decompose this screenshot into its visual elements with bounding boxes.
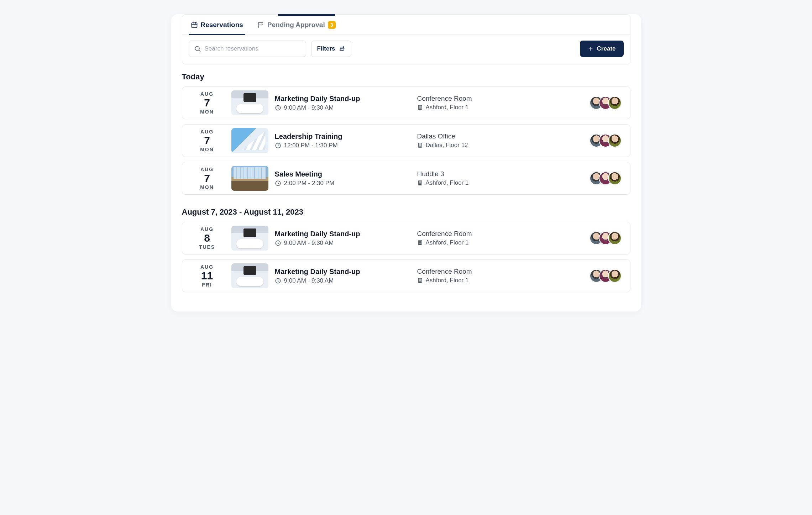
filters-button[interactable]: Filters [311,41,351,57]
info-col: Marketing Daily Stand-up9:00 AM - 9:30 A… [275,95,417,111]
room-location-text: Dallas, Floor 12 [426,142,468,149]
reservation-time: 9:00 AM - 9:30 AM [275,104,417,111]
date-weekday: MON [200,184,214,190]
room-col: Huddle 3Ashford, Floor 1 [417,170,531,186]
toolbar: Filters Create [182,35,630,64]
attendee-avatars [590,231,622,245]
date-day: 11 [201,270,213,281]
reservation-card[interactable]: AUG7MONSales Meeting2:00 PM - 2:30 PMHud… [182,162,630,195]
date-month: AUG [200,226,214,232]
svg-point-4 [343,50,344,51]
room-location: Dallas, Floor 12 [417,142,531,149]
date-weekday: MON [200,147,214,152]
reservation-card[interactable]: AUG7MONLeadership Training12:00 PM - 1:3… [182,124,630,157]
reservation-time: 9:00 AM - 9:30 AM [275,240,417,247]
plus-icon [588,46,593,52]
clock-icon [275,142,281,149]
app-frame: Reservations Pending Approval 3 Filters [171,14,641,311]
section-title: August 7, 2023 - August 11, 2023 [182,207,630,217]
building-icon [417,240,423,246]
reservation-title: Leadership Training [275,132,417,141]
room-thumbnail [231,90,268,115]
clock-icon [275,105,281,111]
reservation-title: Sales Meeting [275,170,417,178]
date-day: 7 [204,98,210,108]
room-location: Ashford, Floor 1 [417,239,531,246]
room-location: Ashford, Floor 1 [417,277,531,284]
reservation-time: 12:00 PM - 1:30 PM [275,142,417,149]
room-thumbnail [231,226,268,251]
date-month: AUG [200,129,214,135]
info-col: Sales Meeting2:00 PM - 2:30 PM [275,170,417,187]
info-col: Leadership Training12:00 PM - 1:30 PM [275,132,417,149]
building-icon [417,105,423,110]
reservation-card[interactable]: AUG7MONMarketing Daily Stand-up9:00 AM -… [182,86,630,119]
info-col: Marketing Daily Stand-up9:00 AM - 9:30 A… [275,230,417,247]
tab-pending-label: Pending Approval [267,21,325,29]
room-location-text: Ashford, Floor 1 [426,239,469,246]
room-name: Conference Room [417,95,531,103]
room-location-text: Ashford, Floor 1 [426,104,469,111]
sliders-icon [339,46,345,52]
room-name: Conference Room [417,268,531,275]
avatar [608,231,622,245]
date-month: AUG [200,264,214,270]
room-name: Dallas Office [417,132,531,140]
avatar [608,134,622,147]
room-location: Ashford, Floor 1 [417,104,531,111]
room-name: Conference Room [417,230,531,238]
reservation-time: 9:00 AM - 9:30 AM [275,277,417,284]
date-col: AUG7MON [186,129,229,152]
tabs: Reservations Pending Approval 3 [182,15,630,35]
tab-pending-approval[interactable]: Pending Approval 3 [255,15,338,35]
attendee-avatars [590,134,622,147]
date-col: AUG7MON [186,167,229,190]
room-thumbnail [231,128,268,153]
section: August 7, 2023 - August 11, 2023AUG8TUES… [171,200,641,292]
svg-point-1 [195,46,199,51]
svg-point-2 [343,47,344,48]
clock-icon [275,180,281,186]
room-col: Dallas OfficeDallas, Floor 12 [417,132,531,149]
reservation-title: Marketing Daily Stand-up [275,230,417,238]
attendee-avatars [590,269,622,283]
reservation-time-text: 9:00 AM - 9:30 AM [284,277,334,284]
date-month: AUG [200,167,214,172]
clock-icon [275,240,281,246]
attendee-avatars [590,172,622,185]
room-col: Conference RoomAshford, Floor 1 [417,268,531,284]
avatar [608,269,622,283]
reservation-time-text: 2:00 PM - 2:30 PM [284,180,335,187]
search-input[interactable] [205,45,301,52]
calendar-icon [191,21,198,28]
search-icon [194,45,201,52]
control-panel: Reservations Pending Approval 3 Filters [182,14,630,64]
filters-label: Filters [317,45,335,52]
tab-reservations-label: Reservations [201,21,243,29]
pending-count-badge: 3 [328,21,336,29]
create-button[interactable]: Create [580,41,624,57]
room-col: Conference RoomAshford, Floor 1 [417,95,531,111]
reservation-time-text: 9:00 AM - 9:30 AM [284,240,334,247]
date-day: 7 [204,135,210,146]
date-col: AUG8TUES [186,226,229,250]
building-icon [417,180,423,186]
clock-icon [275,278,281,284]
room-location-text: Ashford, Floor 1 [426,277,469,284]
reservation-time-text: 12:00 PM - 1:30 PM [284,142,338,149]
tab-reservations[interactable]: Reservations [189,15,245,35]
search-box[interactable] [189,41,306,57]
building-icon [417,278,423,283]
reservation-card[interactable]: AUG8TUESMarketing Daily Stand-up9:00 AM … [182,222,630,254]
reservation-title: Marketing Daily Stand-up [275,95,417,103]
room-location: Ashford, Floor 1 [417,179,531,186]
room-thumbnail [231,166,268,191]
date-weekday: MON [200,109,214,115]
section: TodayAUG7MONMarketing Daily Stand-up9:00… [171,64,641,195]
room-name: Huddle 3 [417,170,531,178]
reservation-title: Marketing Daily Stand-up [275,268,417,276]
room-col: Conference RoomAshford, Floor 1 [417,230,531,246]
reservation-card[interactable]: AUG11FRIMarketing Daily Stand-up9:00 AM … [182,259,630,292]
attendee-avatars [590,96,622,110]
date-day: 8 [204,233,210,243]
